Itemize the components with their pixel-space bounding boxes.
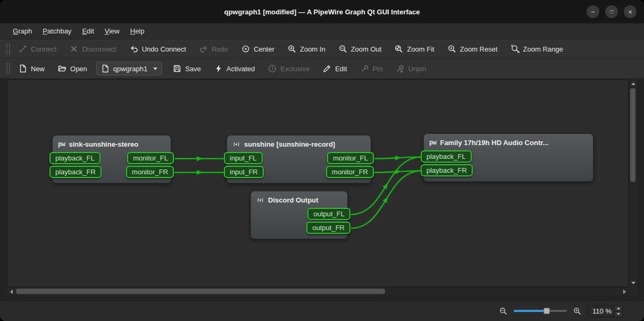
scroll-right-button[interactable] <box>621 288 629 295</box>
open-label: Open <box>70 65 87 73</box>
graph-node-sunshine[interactable]: sunshine [sunshine-record] input_FL inpu… <box>227 135 371 183</box>
save-label: Save <box>185 65 201 73</box>
zoom-fit-label: Zoom Fit <box>407 45 434 53</box>
disconnect-label: Disconnect <box>82 45 116 53</box>
menu-view[interactable]: View <box>99 25 125 37</box>
node-header[interactable]: sunshine [sunshine-record] <box>227 136 371 150</box>
node-header[interactable]: pw Family 17h/19h HD Audio Contr... <box>424 134 593 148</box>
open-button[interactable]: Open <box>54 62 91 75</box>
zoom-in-label: Zoom In <box>300 45 325 53</box>
node-ports: playback_FL playback_FR <box>424 148 593 181</box>
node-ports: input_FL input_FR monitor_FL monitor_FR <box>227 150 371 183</box>
scroll-left-button[interactable] <box>7 288 15 295</box>
port-output-fr[interactable]: output_FR <box>306 222 350 234</box>
port-playback-fl[interactable]: playback_FL <box>49 152 101 164</box>
menu-patchbay[interactable]: Patchbay <box>37 25 77 37</box>
pipewire-icon: pw <box>58 140 65 148</box>
patchbay-profile-combo[interactable]: qpwgraph1 <box>96 62 162 75</box>
port-monitor-fl[interactable]: monitor_FL <box>127 152 174 164</box>
connect-label: Connect <box>31 45 56 53</box>
exclusive-label: Exclusive <box>280 65 310 73</box>
open-folder-icon <box>58 64 66 73</box>
menu-graph[interactable]: Graph <box>7 25 37 37</box>
patchbay-file-icon <box>101 64 110 73</box>
graph-node-discord-output[interactable]: Discord Output output_FL output_FR <box>250 191 348 239</box>
zoom-spin-arrows <box>614 306 622 317</box>
status-bar: 110 % <box>0 300 644 321</box>
redo-button[interactable]: Redo <box>195 42 232 56</box>
save-button[interactable]: Save <box>169 62 205 75</box>
node-title: Family 17h/19h HD Audio Contr... <box>440 139 548 147</box>
vertical-scroll-thumb[interactable] <box>630 88 635 182</box>
zoom-in-icon[interactable] <box>573 307 581 315</box>
connections-layer <box>8 80 628 286</box>
save-icon <box>173 64 181 73</box>
disconnect-button[interactable]: Disconnect <box>65 42 120 56</box>
window-controls: − □ × <box>587 5 637 18</box>
center-button[interactable]: Center <box>237 42 279 56</box>
port-monitor-fr[interactable]: monitor_FR <box>126 166 174 178</box>
edit-toggle[interactable]: Edit <box>319 62 351 75</box>
port-input-fl[interactable]: input_FL <box>224 152 263 164</box>
zoom-reset-icon <box>448 45 456 53</box>
node-header[interactable]: Discord Output <box>251 191 347 206</box>
toolbar-drag-handle[interactable] <box>6 44 10 54</box>
zoom-out-icon <box>339 45 347 53</box>
toolbar-drag-handle[interactable] <box>6 63 10 74</box>
zoom-out-icon[interactable] <box>499 307 507 315</box>
connect-icon <box>19 45 27 53</box>
pin-button[interactable]: Pin <box>356 62 387 75</box>
zoom-fit-button[interactable]: Zoom Fit <box>390 42 438 56</box>
exclusive-toggle[interactable]: Exclusive <box>264 62 314 75</box>
unpin-label: Unpin <box>408 65 426 73</box>
zoom-range-button[interactable]: Zoom Range <box>507 42 567 56</box>
title-bar[interactable]: qpwgraph1 [modified] — A PipeWire Graph … <box>0 0 644 23</box>
unpin-button[interactable]: Unpin <box>391 62 430 75</box>
port-output-fl[interactable]: output_FL <box>307 208 350 220</box>
zoom-slider[interactable] <box>514 307 567 315</box>
scroll-up-button[interactable] <box>629 80 637 88</box>
zoom-reset-button[interactable]: Zoom Reset <box>444 42 502 56</box>
new-label: New <box>31 65 45 73</box>
graph-node-family-hd-audio[interactable]: pw Family 17h/19h HD Audio Contr... play… <box>423 133 593 182</box>
redo-label: Redo <box>212 45 228 53</box>
redo-icon <box>199 45 208 53</box>
port-playback-fr[interactable]: playback_FR <box>421 164 473 176</box>
horizontal-scrollbar[interactable] <box>7 287 629 295</box>
minimize-button[interactable]: − <box>587 5 599 18</box>
vertical-scroll-track[interactable] <box>629 88 637 279</box>
zoom-out-label: Zoom Out <box>351 45 382 53</box>
horizontal-scroll-thumb[interactable] <box>16 289 385 294</box>
vertical-scrollbar[interactable] <box>629 80 637 287</box>
graph-canvas[interactable]: pw sink-sunshine-stereo playback_FL play… <box>7 80 629 287</box>
connect-button[interactable]: Connect <box>14 42 61 56</box>
close-button[interactable]: × <box>624 5 637 18</box>
activated-toggle[interactable]: Activated <box>210 62 259 75</box>
pipewire-icon: pw <box>429 139 436 146</box>
menu-help[interactable]: Help <box>125 25 150 37</box>
horizontal-scroll-track[interactable] <box>15 288 621 295</box>
port-playback-fr[interactable]: playback_FR <box>49 166 102 178</box>
port-playback-fl[interactable]: playback_FL <box>421 150 472 163</box>
new-button[interactable]: New <box>14 62 49 75</box>
zoom-spinbox[interactable]: 110 % <box>588 305 623 317</box>
zoom-in-icon <box>288 45 296 53</box>
menu-edit[interactable]: Edit <box>77 25 99 37</box>
undo-connect-button[interactable]: Undo Connect <box>126 42 190 56</box>
port-input-fr[interactable]: input_FR <box>224 166 264 178</box>
audio-record-icon <box>256 196 264 204</box>
port-monitor-fl[interactable]: monitor_FL <box>327 152 374 164</box>
central-area: pw sink-sunshine-stereo playback_FL play… <box>0 79 644 300</box>
maximize-button[interactable]: □ <box>605 5 618 18</box>
node-header[interactable]: pw sink-sunshine-stereo <box>53 136 171 150</box>
pin-icon <box>361 64 369 73</box>
zoom-out-button[interactable]: Zoom Out <box>334 42 386 56</box>
zoom-step-up-button[interactable] <box>615 306 622 311</box>
zoom-in-button[interactable]: Zoom In <box>283 42 330 56</box>
scroll-down-button[interactable] <box>629 279 637 287</box>
zoom-step-down-button[interactable] <box>615 311 622 317</box>
graph-node-sink-sunshine-stereo[interactable]: pw sink-sunshine-stereo playback_FL play… <box>52 135 171 183</box>
zoom-slider-handle[interactable] <box>543 308 550 314</box>
port-monitor-fr[interactable]: monitor_FR <box>326 166 374 178</box>
zoom-value[interactable]: 110 % <box>588 306 614 317</box>
